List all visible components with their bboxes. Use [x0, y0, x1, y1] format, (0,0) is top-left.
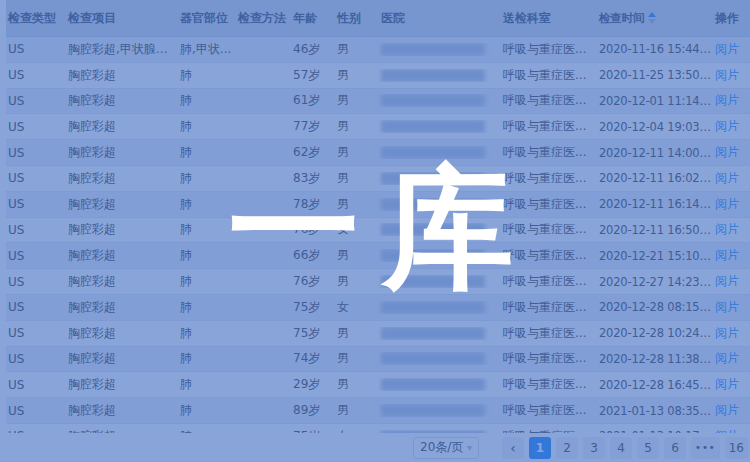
view-image-link[interactable]: 阅片 — [715, 351, 739, 365]
cell-time: 2021-01-13 08:35:05 — [597, 404, 713, 418]
cell-organ: 肺 — [178, 170, 236, 187]
hospital-redacted-blur — [381, 249, 485, 262]
cell-hospital — [379, 301, 501, 314]
page-button-3[interactable]: 3 — [583, 437, 605, 459]
cell-age: 75岁 — [291, 325, 335, 342]
view-image-link[interactable]: 阅片 — [715, 326, 739, 340]
table-row: US胸腔彩超肺76岁男呼吸与重症医...2020-12-27 14:23:04阅… — [6, 269, 750, 295]
hospital-redacted-blur — [381, 69, 485, 82]
page-button-4[interactable]: 4 — [610, 437, 632, 459]
cell-action: 阅片 — [713, 273, 750, 290]
cell-item: 胸腔彩超 — [66, 350, 178, 367]
cell-dept: 呼吸与重症医... — [501, 247, 597, 264]
view-image-link[interactable]: 阅片 — [715, 248, 739, 262]
hospital-redacted-blur — [381, 378, 485, 391]
cell-item: 胸腔彩超,甲状腺彩超 — [66, 41, 178, 58]
view-image-link[interactable]: 阅片 — [715, 377, 739, 391]
page-button-16[interactable]: 16 — [725, 437, 748, 459]
hospital-redacted-blur — [381, 404, 485, 417]
cell-time: 2020-11-16 15:44:49 — [597, 42, 713, 56]
page-button-1[interactable]: 1 — [529, 437, 551, 459]
table-row: US胸腔彩超肺29岁男呼吸与重症医...2020-12-28 16:45:18阅… — [6, 372, 750, 398]
cell-gender: 男 — [335, 144, 379, 161]
page-button-more[interactable]: ••• — [691, 437, 720, 459]
view-image-link[interactable]: 阅片 — [715, 119, 739, 133]
cell-organ: 肺 — [178, 350, 236, 367]
table-row: US胸腔彩超肺76岁女呼吸与重症医...2020-12-11 16:50:25阅… — [6, 218, 750, 244]
view-image-link[interactable]: 阅片 — [715, 42, 739, 56]
column-header-2: 器官部位 — [178, 10, 236, 27]
view-image-link[interactable]: 阅片 — [715, 171, 739, 185]
cell-hospital — [379, 327, 501, 340]
hospital-redacted-blur — [381, 94, 485, 107]
view-image-link[interactable]: 阅片 — [715, 197, 739, 211]
cell-item: 胸腔彩超 — [66, 144, 178, 161]
sort-asc-icon — [648, 12, 656, 17]
cell-gender: 男 — [335, 273, 379, 290]
column-header-6: 医院 — [379, 10, 501, 27]
cell-time: 2020-12-11 16:02:05 — [597, 171, 713, 185]
cell-action: 阅片 — [713, 118, 750, 135]
cell-item: 胸腔彩超 — [66, 118, 178, 135]
cell-dept: 呼吸与重症医... — [501, 41, 597, 58]
cell-age: 77岁 — [291, 118, 335, 135]
cell-organ: 肺 — [178, 118, 236, 135]
cell-action: 阅片 — [713, 221, 750, 238]
table-row: US胸腔彩超肺61岁男呼吸与重症医...2020-12-01 11:14:21阅… — [6, 89, 750, 115]
table-row: US胸腔彩超,甲状腺彩超肺,甲状...46岁男呼吸与重症医...2020-11-… — [6, 37, 750, 63]
cell-time: 2020-12-28 10:24:30 — [597, 326, 713, 340]
cell-dept: 呼吸与重症医... — [501, 144, 597, 161]
cell-action: 阅片 — [713, 299, 750, 316]
table-row: US胸腔彩超肺57岁男呼吸与重症医...2020-11-25 13:50:01阅… — [6, 63, 750, 89]
cell-hospital — [379, 172, 501, 185]
column-header-5: 性别 — [335, 10, 379, 27]
page-button-5[interactable]: 5 — [637, 437, 659, 459]
cell-gender: 女 — [335, 221, 379, 238]
table-header: 检查类型检查项目器官部位检查方法年龄性别医院送检科室检查时间操作 — [6, 0, 750, 37]
page-button-2[interactable]: 2 — [556, 437, 578, 459]
cell-type: US — [6, 275, 66, 289]
cell-time: 2020-12-21 15:10:33 — [597, 249, 713, 263]
hospital-redacted-blur — [381, 172, 485, 185]
cell-item: 胸腔彩超 — [66, 170, 178, 187]
prev-page-button[interactable]: ‹ — [502, 437, 524, 459]
cell-hospital — [379, 94, 501, 107]
cell-organ: 肺 — [178, 376, 236, 393]
cell-hospital — [379, 43, 501, 56]
column-header-1: 检查项目 — [66, 10, 178, 27]
view-image-link[interactable]: 阅片 — [715, 68, 739, 82]
view-image-link[interactable]: 阅片 — [715, 222, 739, 236]
view-image-link[interactable]: 阅片 — [715, 274, 739, 288]
page-size-select[interactable]: 20条/页 ▾ — [413, 437, 479, 459]
cell-hospital — [379, 275, 501, 288]
cell-age: 83岁 — [291, 170, 335, 187]
exam-table: 检查类型检查项目器官部位检查方法年龄性别医院送检科室检查时间操作 US胸腔彩超,… — [6, 0, 750, 450]
cell-age: 89岁 — [291, 402, 335, 419]
cell-action: 阅片 — [713, 350, 750, 367]
cell-gender: 男 — [335, 402, 379, 419]
cell-age: 62岁 — [291, 144, 335, 161]
cell-age: 46岁 — [291, 41, 335, 58]
page-button-6[interactable]: 6 — [664, 437, 686, 459]
cell-hospital — [379, 404, 501, 417]
sort-icon[interactable] — [648, 12, 656, 24]
cell-time: 2020-11-25 13:50:01 — [597, 68, 713, 82]
table-row: US胸腔彩超肺89岁男呼吸与重症医...2021-01-13 08:35:05阅… — [6, 398, 750, 424]
table-row: US胸腔彩超肺83岁男呼吸与重症医...2020-12-11 16:02:05阅… — [6, 166, 750, 192]
page-buttons: 123456•••16 — [529, 437, 748, 459]
cell-gender: 男 — [335, 41, 379, 58]
cell-age: 78岁 — [291, 196, 335, 213]
cell-hospital — [379, 198, 501, 211]
cell-hospital — [379, 223, 501, 236]
cell-time: 2020-12-28 08:15:51 — [597, 300, 713, 314]
cell-dept: 呼吸与重症医... — [501, 196, 597, 213]
view-image-link[interactable]: 阅片 — [715, 145, 739, 159]
cell-time: 2020-12-11 16:50:25 — [597, 223, 713, 237]
column-header-8[interactable]: 检查时间 — [597, 11, 713, 26]
hospital-redacted-blur — [381, 327, 485, 340]
view-image-link[interactable]: 阅片 — [715, 403, 739, 417]
view-image-link[interactable]: 阅片 — [715, 93, 739, 107]
view-image-link[interactable]: 阅片 — [715, 300, 739, 314]
cell-age: 76岁 — [291, 273, 335, 290]
cell-dept: 呼吸与重症医... — [501, 273, 597, 290]
